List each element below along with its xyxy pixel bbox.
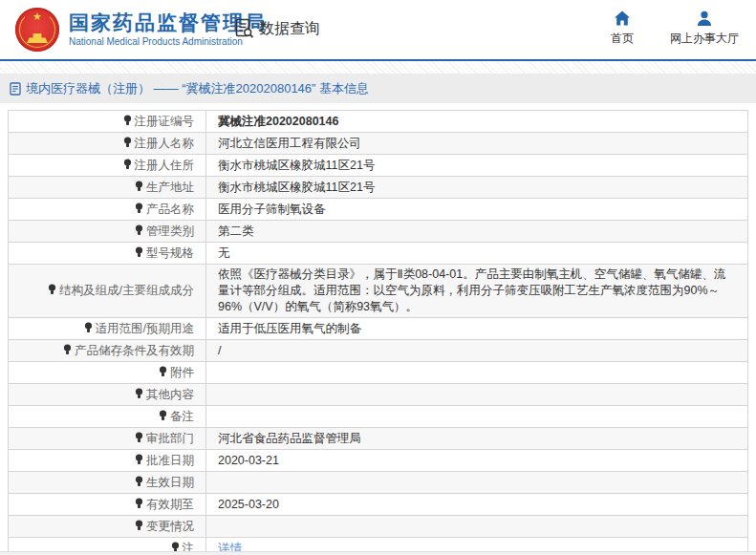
- row-value: [206, 516, 748, 538]
- home-icon: [614, 10, 631, 27]
- table-row: 备注: [9, 406, 748, 428]
- row-label: 产品储存条件及有效期: [75, 344, 194, 357]
- table-row: 管理类别 第二类: [9, 221, 748, 243]
- row-label: 管理类别: [146, 224, 194, 238]
- table-row: 审批部门 河北省食品药品监督管理局: [9, 428, 748, 450]
- row-label: 型号规格: [146, 246, 194, 260]
- row-value: 冀械注准20202080146: [206, 111, 748, 133]
- row-label: 产品名称: [146, 203, 194, 216]
- table-row: 注册人名称 河北立信医用工程有限公司: [9, 133, 748, 155]
- row-value: 2025-03-20: [206, 494, 748, 516]
- bulb-icon: [84, 322, 93, 333]
- table-row: 结构及组成/主要组成成分 依照《医疗器械分类目录》，属于Ⅱ类08-04-01。产…: [9, 265, 748, 318]
- bulb-icon: [135, 203, 143, 214]
- table-row: 生效日期: [9, 472, 748, 494]
- table-row: 生产地址 衡水市桃城区橡胶城11区21号: [9, 177, 748, 199]
- bulb-icon: [135, 454, 143, 465]
- hatch-texture: [0, 61, 756, 74]
- table-row: 批准日期 2020-03-21: [9, 450, 748, 472]
- table-row: 型号规格 无: [9, 243, 748, 265]
- bulb-icon: [159, 410, 167, 421]
- table-row: 其他内容: [9, 384, 748, 406]
- table-row: 产品名称 医用分子筛制氧设备: [9, 199, 748, 221]
- row-label: 注册人住所: [135, 159, 195, 172]
- row-label: 备注: [170, 410, 194, 423]
- row-value: 河北省食品药品监督管理局: [206, 428, 748, 450]
- nav-home-label: 首页: [611, 31, 634, 47]
- row-value: [206, 406, 748, 428]
- table-row: 变更情况: [9, 516, 748, 538]
- table-row: 产品储存条件及有效期 /: [9, 340, 748, 362]
- row-value: [206, 472, 748, 494]
- bulb-icon: [159, 366, 167, 377]
- bulb-icon: [63, 344, 72, 355]
- data-query-label: 数据查询: [259, 19, 320, 39]
- national-emblem-logo: ★: [15, 8, 59, 52]
- bulb-icon: [123, 115, 132, 126]
- row-label: 附件: [170, 366, 194, 379]
- row-value: 河北立信医用工程有限公司: [206, 133, 748, 155]
- site-header: ★ 国家药品监督管理局 National Medical Products Ad…: [0, 0, 756, 59]
- header-nav: 首页 网上办事大厅: [611, 10, 739, 47]
- nav-home[interactable]: 首页: [611, 10, 634, 47]
- row-value: 2020-03-21: [206, 450, 748, 472]
- row-label: 变更情况: [146, 520, 194, 533]
- row-value: 第二类: [206, 221, 748, 243]
- document-search-icon: [235, 18, 254, 39]
- nav-online-hall[interactable]: 网上办事大厅: [670, 10, 739, 47]
- table-row: 适用范围/预期用途 适用于低压医用氧气的制备: [9, 318, 748, 340]
- row-label: 生效日期: [146, 476, 194, 489]
- row-label: 适用范围/预期用途: [96, 322, 194, 335]
- bulb-icon: [135, 432, 143, 443]
- row-label: 生产地址: [146, 181, 194, 194]
- row-value: 依照《医疗器械分类目录》，属于Ⅱ类08-04-01。产品主要由制氧主机、空气储罐…: [206, 265, 748, 318]
- bulb-icon: [135, 388, 143, 399]
- table-row: 有效期至 2025-03-20: [9, 494, 748, 516]
- row-label: 审批部门: [146, 432, 194, 445]
- table-row: 注册人住所 衡水市桃城区橡胶城11区21号: [9, 155, 748, 177]
- info-table-body: 注册证编号 冀械注准20202080146 注册人名称 河北立信医用工程有限公司…: [9, 111, 748, 555]
- row-value: 衡水市桃城区橡胶城11区21号: [206, 177, 748, 199]
- row-value: 适用于低压医用氧气的制备: [206, 318, 748, 340]
- row-value: [206, 362, 748, 384]
- user-icon: [696, 10, 713, 27]
- row-label: 批准日期: [146, 454, 194, 467]
- breadcrumb-text: 境内医疗器械（注册） —— “冀械注准20202080146” 基本信息: [26, 80, 369, 97]
- nav-online-hall-label: 网上办事大厅: [670, 31, 739, 47]
- bulb-icon: [135, 498, 143, 509]
- row-label: 有效期至: [146, 498, 194, 511]
- bulb-icon: [135, 476, 143, 487]
- row-value: /: [206, 340, 748, 362]
- row-value: [206, 384, 748, 406]
- row-value: 无: [206, 243, 748, 265]
- bulb-icon: [123, 159, 132, 170]
- bulb-icon: [48, 284, 56, 295]
- bulb-icon: [135, 246, 143, 258]
- breadcrumb: 境内医疗器械（注册） —— “冀械注准20202080146” 基本信息: [0, 74, 756, 103]
- row-value: 医用分子筛制氧设备: [206, 199, 748, 221]
- data-query-tab[interactable]: 数据查询: [235, 18, 320, 39]
- table-row: 附件: [9, 362, 748, 384]
- row-label: 结构及组成/主要组成成分: [59, 284, 194, 297]
- logo-area: ★ 国家药品监督管理局 National Medical Products Ad…: [15, 8, 267, 52]
- bulb-icon: [123, 137, 132, 148]
- bulb-icon: [135, 181, 143, 192]
- bulb-icon: [135, 224, 143, 236]
- row-value: 衡水市桃城区橡胶城11区21号: [206, 155, 748, 177]
- bulb-icon: [135, 520, 143, 531]
- info-table: 注册证编号 冀械注准20202080146 注册人名称 河北立信医用工程有限公司…: [8, 110, 748, 555]
- document-icon: [10, 82, 21, 96]
- row-label: 注册证编号: [135, 115, 195, 128]
- footer-strip: [0, 551, 756, 555]
- table-row: 注册证编号 冀械注准20202080146: [9, 111, 748, 133]
- row-label: 其他内容: [146, 388, 194, 401]
- row-label: 注册人名称: [135, 137, 195, 150]
